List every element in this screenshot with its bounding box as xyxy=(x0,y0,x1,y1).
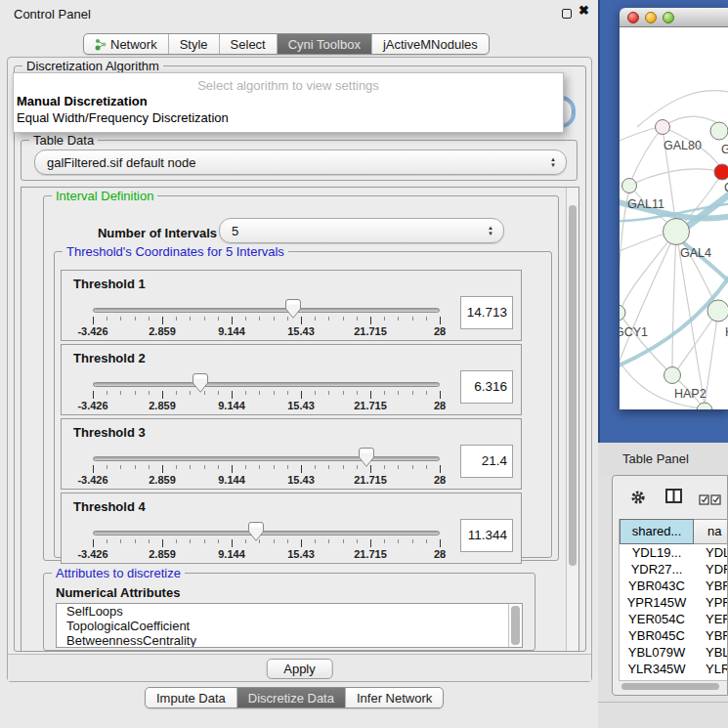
tab-cyni-toolbox[interactable]: Cyni Toolbox xyxy=(277,34,371,54)
apply-button[interactable]: Apply xyxy=(266,659,333,679)
attribute-list-item[interactable]: TopologicalCoefficient xyxy=(57,619,522,633)
network-node[interactable] xyxy=(697,403,712,409)
bottom-tab-infer-network[interactable]: Infer Network xyxy=(345,688,443,707)
bottom-tab-discretize-data[interactable]: Discretize Data xyxy=(236,688,345,707)
cell-name[interactable]: YPR1 xyxy=(694,594,727,611)
table-horizontal-scrollbar[interactable] xyxy=(619,680,727,690)
table-panel-titlebar: Table Panel xyxy=(598,443,728,475)
network-node[interactable] xyxy=(620,305,625,321)
close-icon[interactable]: ✖ xyxy=(578,3,589,18)
threshold-slider[interactable] xyxy=(93,382,440,387)
attribute-list-item[interactable]: SelfLoops xyxy=(57,604,522,619)
table-row[interactable]: YBL079WYBL0 xyxy=(620,644,727,661)
float-window-icon[interactable] xyxy=(562,9,572,19)
cell-shared-name[interactable]: YBR045C xyxy=(620,627,694,644)
node-attribute-table[interactable]: shared... na YDL19...YDL1YDR27...YDR2YBR… xyxy=(619,519,727,680)
cell-name[interactable]: YBR0 xyxy=(694,578,727,594)
slider-track[interactable] xyxy=(93,308,440,313)
threshold-row: Threshold 3 -3.4262.8599.14415.4321.7152… xyxy=(61,418,522,490)
table-row[interactable]: YBR045CYBR0 xyxy=(620,627,727,644)
attribute-list-item[interactable]: BetweennessCentrality xyxy=(57,633,522,648)
tab-select[interactable]: Select xyxy=(219,34,277,54)
numerical-attributes-list[interactable]: SelfLoopsTopologicalCoefficientBetweenne… xyxy=(56,603,523,648)
minimize-traffic-light-icon[interactable] xyxy=(645,12,657,23)
cell-shared-name[interactable]: YBL079W xyxy=(620,644,694,661)
network-node-label: GA xyxy=(721,143,728,156)
cell-name[interactable]: YBR0 xyxy=(694,627,727,644)
algorithm-option[interactable]: Equal Width/Frequency Discretization xyxy=(14,109,563,126)
table-row[interactable]: YER054CYER0 xyxy=(620,611,727,627)
slider-track[interactable] xyxy=(93,382,440,387)
settings-vertical-scrollbar[interactable] xyxy=(566,188,578,651)
column-header-name[interactable]: na xyxy=(694,519,727,544)
threshold-value-field[interactable]: 21.4 xyxy=(460,445,513,478)
close-traffic-light-icon[interactable] xyxy=(627,12,639,23)
gear-icon[interactable] xyxy=(630,490,646,509)
column-header-shared-name[interactable]: shared... xyxy=(620,519,694,544)
slider-thumb-icon[interactable] xyxy=(248,522,264,541)
tab-style[interactable]: Style xyxy=(168,34,219,54)
table-row[interactable]: YLR345WYLR3 xyxy=(620,661,727,677)
slider-thumb-icon[interactable] xyxy=(285,299,301,319)
zoom-traffic-light-icon[interactable] xyxy=(663,12,674,23)
threshold-slider[interactable] xyxy=(93,308,440,313)
threshold-value-field[interactable]: 11.344 xyxy=(460,519,513,552)
network-node[interactable] xyxy=(664,367,681,384)
threshold-value-field[interactable]: 14.713 xyxy=(460,296,513,329)
network-edge xyxy=(672,232,676,371)
network-node[interactable] xyxy=(622,179,637,193)
network-view-window: GAL80GACGAL11GAL4GCY1HHAP2 xyxy=(620,8,728,409)
network-node[interactable] xyxy=(710,122,728,140)
table-row[interactable]: YPR145WYPR1 xyxy=(620,594,727,611)
network-node[interactable] xyxy=(714,164,728,180)
cell-name[interactable]: YDL1 xyxy=(694,544,727,561)
cell-shared-name[interactable]: YER054C xyxy=(620,611,694,627)
table-data-group: Table Data galFiltered.sif default node … xyxy=(21,140,578,181)
select-columns-icon[interactable] xyxy=(699,492,722,509)
network-node[interactable] xyxy=(664,219,690,245)
network-node[interactable] xyxy=(707,300,728,321)
threshold-slider[interactable] xyxy=(93,531,440,535)
bottom-tab-bar: Impute DataDiscretize DataInfer Network xyxy=(145,687,444,708)
interval-definition-group-title: Interval Definition xyxy=(52,189,157,203)
cell-shared-name[interactable]: YLR345W xyxy=(620,661,694,677)
slider-track[interactable] xyxy=(93,531,440,535)
network-node[interactable] xyxy=(656,120,670,135)
thresholds-group-title: Threshold's Coordinates for 5 Intervals xyxy=(63,244,288,259)
cell-shared-name[interactable]: YPR145W xyxy=(620,594,694,611)
right-column: GAL80GACGAL11GAL4GCY1HHAP2 Table Panel xyxy=(598,0,728,728)
table-row[interactable]: YDL19...YDL1 xyxy=(620,544,727,561)
table-row[interactable]: YBR043CYBR0 xyxy=(620,578,727,594)
tab-label: jActiveMNodules xyxy=(383,37,478,52)
table-row[interactable]: YDR27...YDR2 xyxy=(620,561,727,578)
table-panel-bottom-edge xyxy=(598,702,728,703)
slider-tick-labels: -3.4262.8599.14415.4321.71528 xyxy=(93,548,441,560)
threshold-slider[interactable] xyxy=(93,456,440,461)
cell-name[interactable]: YBL0 xyxy=(694,644,727,661)
network-canvas[interactable]: GAL80GACGAL11GAL4GCY1HHAP2 xyxy=(620,27,728,409)
slider-thumb-icon[interactable] xyxy=(193,373,208,393)
cell-name[interactable]: YDR2 xyxy=(694,561,727,578)
slider-track[interactable] xyxy=(93,456,440,461)
bottom-tab-impute-data[interactable]: Impute Data xyxy=(146,688,236,707)
number-of-intervals-combobox[interactable]: 5 ▲▼ xyxy=(219,218,504,243)
algorithm-option[interactable]: Manual Discretization xyxy=(14,93,563,109)
network-edge xyxy=(620,232,676,391)
tab-label: Network xyxy=(110,37,157,52)
cell-shared-name[interactable]: YDL19... xyxy=(620,544,694,561)
network-node-label: GCY1 xyxy=(620,325,648,339)
tab-network[interactable]: Network xyxy=(84,34,168,54)
split-columns-icon[interactable] xyxy=(665,489,682,507)
cell-shared-name[interactable]: YBR043C xyxy=(620,578,694,594)
network-edge xyxy=(705,311,718,406)
tab-jactivemnodules[interactable]: jActiveMNodules xyxy=(371,34,489,54)
attributes-list-scrollbar[interactable] xyxy=(508,604,522,647)
network-edge xyxy=(621,232,676,308)
slider-thumb-icon[interactable] xyxy=(359,448,374,467)
threshold-value-field[interactable]: 6.316 xyxy=(460,370,513,404)
algorithm-dropdown-prompt: Select algorithm to view settings xyxy=(14,78,563,93)
cell-name[interactable]: YLR3 xyxy=(694,661,727,677)
cell-shared-name[interactable]: YDR27... xyxy=(620,561,694,578)
table-data-combobox[interactable]: galFiltered.sif default node ▲▼ xyxy=(34,150,567,175)
cell-name[interactable]: YER0 xyxy=(694,611,727,627)
